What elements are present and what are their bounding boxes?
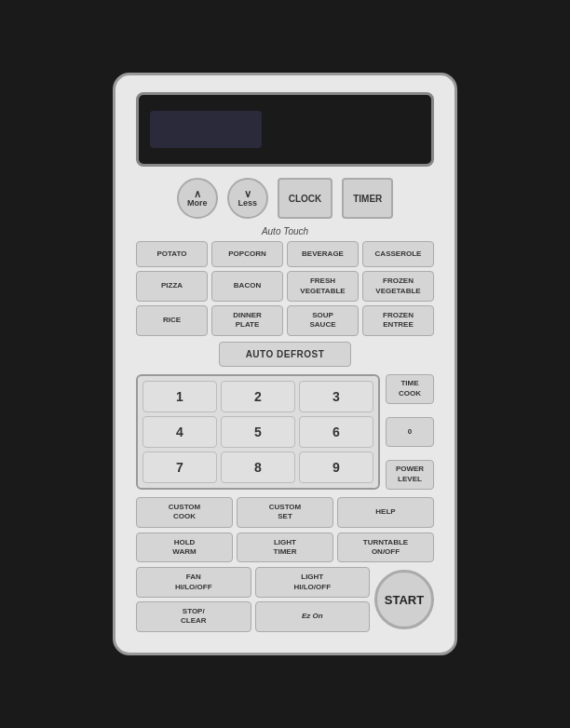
last-row: FANHI/LO/OFF LIGHTHI/LO/OFF STOP/CLEAR E… <box>136 567 434 632</box>
numpad-side: TIMECOOK 0 POWERLEVEL <box>386 374 434 490</box>
num-4-button[interactable]: 4 <box>142 416 217 448</box>
timer-button[interactable]: TIMER <box>342 178 393 219</box>
help-button[interactable]: HELP <box>337 497 434 528</box>
less-label: Less <box>238 199 257 209</box>
auto-btn-frozen-vegetable[interactable]: FROZENVEGETABLE <box>362 271 434 302</box>
ez-on-button[interactable]: Ez On <box>255 601 371 632</box>
less-button[interactable]: ∨ Less <box>227 178 268 219</box>
fan-light-row: FANHI/LO/OFF LIGHTHI/LO/OFF <box>136 567 370 598</box>
auto-touch-grid: POTATO POPCORN BEVERAGE CASSEROLE PIZZA … <box>136 241 434 336</box>
auto-btn-dinner-plate[interactable]: DINNERPLATE <box>211 305 283 336</box>
hold-warm-button[interactable]: HOLDWARM <box>136 533 233 563</box>
num-8-button[interactable]: 8 <box>221 452 295 483</box>
auto-btn-bacon[interactable]: BACON <box>211 271 283 302</box>
auto-btn-potato[interactable]: POTATO <box>136 241 208 267</box>
auto-defrost-row: AUTO DEFROST <box>136 342 434 367</box>
auto-btn-casserole[interactable]: CASSEROLE <box>362 241 434 267</box>
auto-btn-pizza[interactable]: PIZZA <box>136 271 208 302</box>
auto-btn-rice[interactable]: RICE <box>136 305 208 336</box>
microwave-panel: ∧ More ∨ Less CLOCK TIMER Auto Touch POT… <box>113 73 457 655</box>
auto-touch-label: Auto Touch <box>136 226 434 236</box>
stop-clear-button[interactable]: STOP/CLEAR <box>136 601 251 632</box>
more-label: More <box>187 199 208 209</box>
display-inner <box>150 111 262 148</box>
auto-defrost-button[interactable]: AUTO DEFROST <box>219 342 352 367</box>
auto-btn-popcorn[interactable]: POPCORN <box>211 241 283 267</box>
start-button[interactable]: START <box>374 570 434 629</box>
stop-ezon-row: STOP/CLEAR Ez On <box>136 601 370 632</box>
top-buttons-row: ∧ More ∨ Less CLOCK TIMER <box>136 178 434 219</box>
num-3-button[interactable]: 3 <box>299 381 373 412</box>
turntable-button[interactable]: TURNTABLEON/OFF <box>337 533 434 563</box>
num-9-button[interactable]: 9 <box>299 452 373 483</box>
auto-btn-frozen-entree[interactable]: FROZENENTREE <box>362 305 434 336</box>
more-button[interactable]: ∧ More <box>177 178 218 219</box>
power-level-button[interactable]: POWERLEVEL <box>386 460 434 490</box>
custom-cook-button[interactable]: CUSTOMCOOK <box>136 497 233 528</box>
numpad-area: 1 2 3 4 5 6 7 8 9 TIMECOOK 0 POWERLEVEL <box>136 374 434 490</box>
clock-button[interactable]: CLOCK <box>278 178 333 219</box>
light-timer-button[interactable]: LIGHTTIMER <box>237 533 333 563</box>
time-cook-button[interactable]: TIMECOOK <box>386 374 434 404</box>
num-0-button[interactable]: 0 <box>386 417 434 447</box>
num-2-button[interactable]: 2 <box>221 381 295 412</box>
fan-button[interactable]: FANHI/LO/OFF <box>136 567 251 598</box>
num-7-button[interactable]: 7 <box>142 452 217 483</box>
num-6-button[interactable]: 6 <box>299 416 373 448</box>
hold-row: HOLDWARM LIGHTTIMER TURNTABLEON/OFF <box>136 533 434 563</box>
auto-btn-fresh-vegetable[interactable]: FRESHVEGETABLE <box>287 271 359 302</box>
num-5-button[interactable]: 5 <box>221 416 295 448</box>
custom-set-button[interactable]: CUSTOMSET <box>237 497 333 528</box>
auto-btn-soup-sauce[interactable]: SOUPSAUCE <box>287 305 359 336</box>
num-1-button[interactable]: 1 <box>142 381 217 412</box>
light-hilooff-button[interactable]: LIGHTHI/LO/OFF <box>255 567 371 598</box>
last-left-area: FANHI/LO/OFF LIGHTHI/LO/OFF STOP/CLEAR E… <box>136 567 370 632</box>
display-screen <box>136 92 434 167</box>
numpad-grid: 1 2 3 4 5 6 7 8 9 <box>136 374 380 490</box>
custom-buttons-row: CUSTOMCOOK CUSTOMSET HELP <box>136 497 434 528</box>
auto-btn-beverage[interactable]: BEVERAGE <box>287 241 359 267</box>
